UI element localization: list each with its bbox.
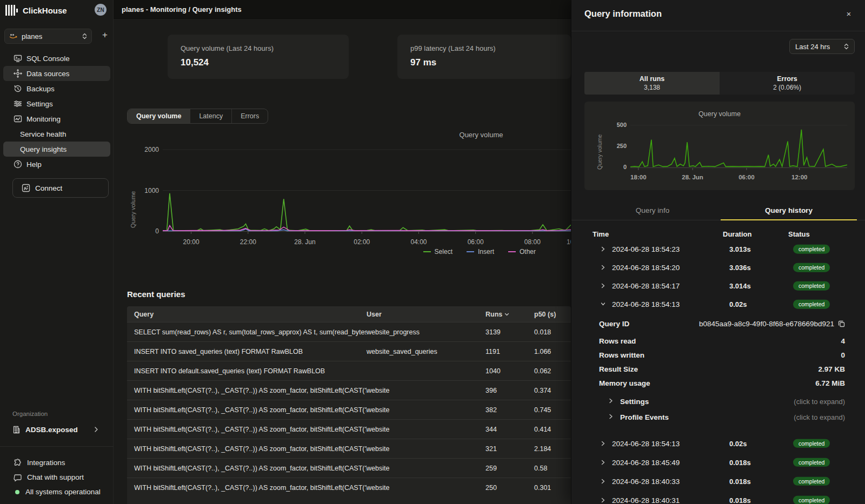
cell-p: 0.414	[534, 426, 571, 433]
run-time: 2024-06-28 18:54:13	[612, 439, 680, 447]
x-tick-label: 28. Jun	[682, 174, 703, 180]
run-time: 2024-06-28 18:54:17	[612, 282, 680, 290]
table-row[interactable]: INSERT INTO saved_queries (text) FORMAT …	[127, 341, 571, 361]
sidebar-item-backups[interactable]: Backups	[3, 81, 110, 96]
table-row[interactable]: WITH bitShiftLeft(CAST(?..), _CAST(?..))…	[127, 478, 571, 497]
toggle-value: 2 (0.06%)	[773, 84, 801, 91]
sidebar-item-data-sources[interactable]: Data sources	[3, 66, 110, 81]
chart-tabs: Query volume Latency Errors	[127, 109, 268, 124]
history-row[interactable]: 2024-06-28 18:40:310.018scompleted	[571, 490, 865, 504]
status-label: All systems operational	[25, 488, 101, 496]
history-row[interactable]: 2024-06-28 18:54:173.014scompleted	[571, 277, 865, 295]
table-row[interactable]: SELECT sum(read_rows) AS r, sum(total_ro…	[127, 322, 571, 341]
x-tick-label: 28. Jun	[294, 238, 315, 246]
add-service-button[interactable]: +	[98, 30, 111, 41]
run-time: 2024-06-28 18:45:49	[612, 458, 680, 466]
main-content: planes - Monitoring / Query insights Que…	[114, 0, 571, 504]
chevron-right-icon	[601, 479, 606, 484]
chevron-right-icon	[601, 265, 606, 270]
run-duration: 0.02s	[729, 300, 747, 308]
mini-query-volume-chart[interactable]	[630, 120, 847, 172]
table-header: Query User Runs p50 (s)	[127, 306, 571, 322]
table-row[interactable]: INSERT INTO default.saved_queries (text)…	[127, 361, 571, 380]
cell-p: 0.58	[534, 465, 571, 472]
query-volume-chart[interactable]	[163, 139, 571, 234]
column-runs[interactable]: Runs	[485, 311, 534, 318]
run-time: 2024-06-28 18:40:33	[612, 477, 680, 485]
cell-n: 396	[485, 387, 534, 394]
legend-swatch	[423, 251, 431, 252]
service-selector[interactable]: planes	[4, 29, 92, 44]
time-range-select[interactable]: Last 24 hrs	[789, 39, 855, 54]
connect-button[interactable]: Connect	[12, 178, 109, 198]
expand-hint: (click to expand)	[794, 413, 845, 421]
detail-label: Memory usage	[599, 379, 650, 387]
run-time: 2024-06-28 18:54:20	[612, 264, 680, 272]
sidebar-item-monitoring[interactable]: Monitoring	[3, 111, 110, 126]
breadcrumb: planes - Monitoring / Query insights	[122, 5, 242, 14]
sidebar-item-query-insights[interactable]: Query insights	[3, 142, 110, 157]
legend-item-other[interactable]: Other	[508, 248, 536, 256]
column-user[interactable]: User	[367, 311, 485, 318]
legend-item-insert[interactable]: Insert	[467, 248, 494, 256]
sidebar-item-settings[interactable]: Settings	[3, 96, 110, 111]
history-row[interactable]: 2024-06-28 18:54:130.02scompleted	[571, 434, 865, 453]
query-id-value: b0845aa9-a8c9-49f0-8f68-e678669bd921	[699, 320, 834, 328]
cell-q: WITH bitShiftLeft(CAST(?..), _CAST(?..))…	[134, 406, 367, 414]
tab-query-history[interactable]: Query history	[721, 203, 857, 220]
tab-query-info[interactable]: Query info	[584, 203, 721, 220]
stat-value: 10,524	[181, 57, 336, 68]
y-axis-ticks: 0250500	[601, 120, 627, 172]
x-axis-ticks: 18:0028. Jun06:0012:00	[630, 174, 847, 182]
connect-label: Connect	[35, 184, 62, 192]
x-tick-label: 06:00	[468, 238, 484, 246]
table-row[interactable]: WITH bitShiftLeft(CAST(?..), _CAST(?..))…	[127, 400, 571, 419]
expander-label: Settings	[620, 398, 649, 406]
y-tick-label: 2000	[144, 146, 159, 153]
table-row[interactable]: WITH bitShiftLeft(CAST(?..), _CAST(?..))…	[127, 380, 571, 400]
sidebar-item-label: Help	[26, 160, 42, 169]
copy-icon[interactable]	[838, 320, 845, 327]
y-tick-label: 0	[623, 164, 627, 170]
history-row[interactable]: 2024-06-28 18:54:203.036scompleted	[571, 258, 865, 277]
runs-errors-toggle: All runs 3,138 Errors 2 (0.06%)	[584, 72, 855, 95]
series-other	[163, 225, 571, 231]
close-icon[interactable]: ×	[844, 9, 853, 18]
organization-icon	[12, 426, 21, 434]
table-row[interactable]: WITH bitShiftLeft(CAST(?..), _CAST(?..))…	[127, 458, 571, 478]
cell-u: website	[367, 406, 485, 414]
cell-p: 2.184	[534, 445, 571, 453]
toggle-errors[interactable]: Errors 2 (0.06%)	[720, 72, 855, 95]
sidebar-item-chat-support[interactable]: Chat with support	[3, 470, 110, 485]
organization-row[interactable]: ADSB.exposed	[3, 422, 110, 437]
table-row[interactable]: WITH bitShiftLeft(CAST(?..), _CAST(?..))…	[127, 419, 571, 439]
legend-item-select[interactable]: Select	[423, 248, 453, 256]
tab-query-volume[interactable]: Query volume	[128, 109, 190, 123]
history-row[interactable]: 2024-06-28 18:54:130.02scompleted	[571, 295, 865, 313]
sidebar-item-service-health[interactable]: Service health	[3, 126, 110, 142]
x-axis-ticks: 20:0022:0028. Jun02:0004:0006:0008:0010:…	[163, 238, 571, 246]
tab-latency[interactable]: Latency	[190, 109, 231, 123]
system-status-row[interactable]: All systems operational	[3, 485, 110, 499]
toggle-all-runs[interactable]: All runs 3,138	[584, 72, 720, 95]
column-p50[interactable]: p50 (s)	[534, 311, 571, 318]
legend-label: Select	[435, 248, 453, 256]
toggle-label: Errors	[777, 75, 797, 83]
aws-icon	[9, 33, 17, 39]
sidebar-item-help[interactable]: Help	[3, 157, 110, 172]
history-row[interactable]: 2024-06-28 18:40:330.018scompleted	[571, 472, 865, 490]
history-row[interactable]: 2024-06-28 18:54:233.013scompleted	[571, 240, 865, 258]
run-duration: 0.018s	[729, 458, 751, 466]
x-tick-label: 22:00	[240, 238, 256, 246]
tab-errors[interactable]: Errors	[231, 109, 268, 123]
table-row[interactable]: WITH bitShiftLeft(CAST(?..), _CAST(?..))…	[127, 439, 571, 458]
history-row[interactable]: 2024-06-28 18:45:490.018scompleted	[571, 453, 865, 472]
cell-p: 0.018	[534, 328, 571, 336]
sidebar-item-integrations[interactable]: Integrations	[3, 455, 110, 470]
run-time: 2024-06-28 18:54:23	[612, 245, 680, 253]
status-badge: completed	[793, 458, 830, 467]
sidebar-item-sql-console[interactable]: SQL Console	[3, 51, 110, 66]
user-avatar[interactable]: ZN	[95, 4, 107, 16]
x-tick-label: 06:00	[738, 174, 754, 180]
column-query[interactable]: Query	[134, 311, 367, 318]
